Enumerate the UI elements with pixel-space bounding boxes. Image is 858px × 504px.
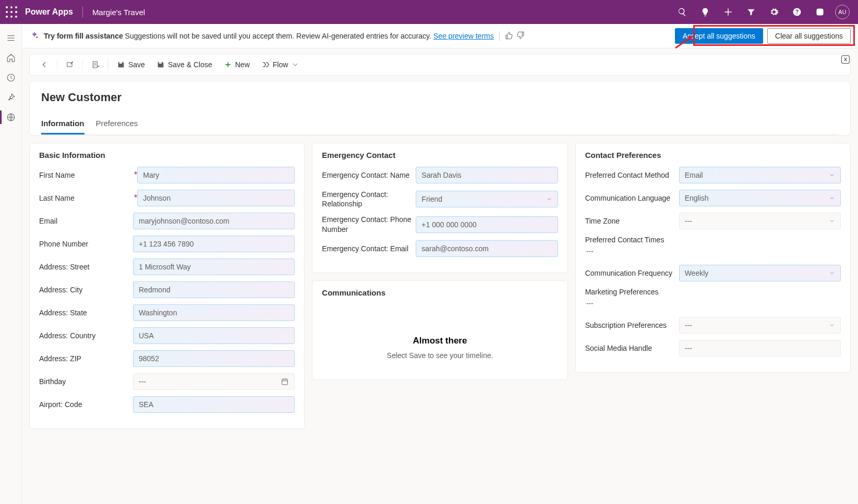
- street-input[interactable]: 1 Microsoft Way: [133, 259, 295, 275]
- chevron-down-icon: [546, 196, 552, 202]
- contact-prefs-heading: Contact Preferences: [585, 151, 841, 159]
- emergency-relationship-select[interactable]: Friend: [416, 191, 558, 207]
- nav-hamburger-icon[interactable]: [0, 29, 22, 47]
- nav-recent-icon[interactable]: [0, 69, 22, 87]
- emergency-name-input[interactable]: Sarah Davis: [416, 167, 558, 183]
- nav-pin-icon[interactable]: [0, 89, 22, 106]
- form-tabs: Information Preferences: [41, 119, 839, 135]
- thumbs-down-icon[interactable]: [516, 31, 525, 41]
- copilot-icon: [29, 31, 40, 41]
- flow-button[interactable]: Flow: [256, 57, 305, 72]
- accept-all-button[interactable]: Accept all suggestions: [675, 28, 763, 44]
- contact-method-select[interactable]: Email: [679, 167, 841, 183]
- city-input[interactable]: Redmond: [133, 281, 295, 298]
- contact-times-value[interactable]: ---: [585, 247, 594, 255]
- svg-point-4: [10, 11, 13, 13]
- birthday-input[interactable]: ---: [133, 373, 295, 390]
- svg-point-7: [10, 16, 13, 18]
- nav-home-icon[interactable]: [0, 49, 22, 67]
- svg-point-3: [6, 11, 8, 13]
- thumbs-up-icon[interactable]: [505, 31, 513, 41]
- filter-icon[interactable]: [740, 0, 762, 24]
- emergency-email-input[interactable]: sarah@contoso.com: [416, 240, 558, 257]
- airport-input[interactable]: SEA: [133, 396, 295, 413]
- tab-information[interactable]: Information: [41, 119, 84, 134]
- search-icon[interactable]: [671, 0, 693, 24]
- emergency-phone-input[interactable]: +1 000 000 0000: [416, 216, 558, 233]
- zip-input[interactable]: 98052: [133, 350, 295, 367]
- chevron-down-icon: [829, 195, 835, 201]
- preview-terms-link[interactable]: See preview terms: [433, 32, 494, 40]
- save-button[interactable]: Save: [112, 57, 150, 72]
- banner-actions: Accept all suggestions Clear all suggest…: [675, 28, 851, 44]
- copilot-header-icon[interactable]: [809, 0, 831, 24]
- open-new-window-button[interactable]: [61, 57, 79, 72]
- frequency-select[interactable]: Weekly: [679, 265, 841, 281]
- suggestion-banner: Try form fill assistance Suggestions wil…: [22, 24, 858, 48]
- header-actions: AU: [671, 0, 853, 24]
- main-area: Try form fill assistance Suggestions wil…: [22, 24, 858, 504]
- page-scroll[interactable]: New Customer Information Preferences Bas…: [22, 81, 858, 504]
- email-input[interactable]: maryjohnson@contoso.com: [133, 213, 295, 229]
- communications-heading: Communications: [322, 288, 558, 297]
- app-launcher-icon[interactable]: [5, 6, 18, 18]
- social-input[interactable]: ---: [679, 340, 841, 357]
- copilot-side-button[interactable]: [837, 51, 854, 68]
- marketing-value[interactable]: ---: [585, 299, 594, 308]
- left-nav: [0, 24, 22, 504]
- svg-point-6: [6, 16, 8, 18]
- user-avatar[interactable]: AU: [835, 5, 850, 19]
- tab-preferences[interactable]: Preferences: [96, 119, 138, 134]
- chevron-down-icon: [829, 172, 835, 178]
- banner-text: Try form fill assistance Suggestions wil…: [44, 32, 494, 40]
- shell: Try form fill assistance Suggestions wil…: [0, 24, 858, 504]
- basic-info-panel: Basic Information First Name*Mary Last N…: [29, 143, 305, 429]
- timeline-empty: Almost there Select Save to see your tim…: [322, 304, 558, 370]
- svg-point-5: [15, 11, 17, 13]
- language-select[interactable]: English: [679, 190, 841, 206]
- feedback-group: [499, 31, 525, 41]
- app-title: Power Apps: [25, 7, 73, 17]
- form-card: New Customer Information Preferences: [29, 81, 851, 136]
- emergency-heading: Emergency Contact: [322, 151, 558, 159]
- environment-name[interactable]: Margie's Travel: [92, 8, 145, 17]
- chevron-down-icon: [829, 218, 835, 224]
- calendar-icon: [281, 377, 289, 386]
- new-button[interactable]: New: [219, 57, 255, 72]
- emergency-panel: Emergency Contact Emergency Contact: Nam…: [312, 143, 567, 273]
- subscription-select[interactable]: ---: [679, 317, 841, 334]
- settings-icon[interactable]: [763, 0, 785, 24]
- command-bar: Save Save & Close New Flow: [29, 54, 851, 76]
- ideas-icon[interactable]: [694, 0, 716, 24]
- global-header: Power Apps Margie's Travel AU: [0, 0, 858, 24]
- chevron-down-icon: [829, 270, 835, 276]
- svg-point-1: [10, 6, 13, 8]
- nav-entity-icon[interactable]: [0, 108, 22, 126]
- task-button[interactable]: [86, 57, 105, 72]
- page-title: New Customer: [41, 91, 839, 104]
- back-button[interactable]: [35, 57, 54, 72]
- svg-rect-15: [282, 379, 288, 385]
- last-name-input[interactable]: Johnson: [137, 190, 295, 206]
- header-divider: [82, 6, 83, 18]
- contact-prefs-panel: Contact Preferences Preferred Contact Me…: [575, 143, 851, 373]
- timezone-select[interactable]: ---: [679, 213, 841, 229]
- country-input[interactable]: USA: [133, 327, 295, 344]
- svg-point-8: [15, 16, 17, 18]
- chevron-down-icon: [829, 322, 835, 328]
- first-name-input[interactable]: Mary: [137, 167, 295, 183]
- phone-input[interactable]: +1 123 456 7890: [133, 236, 295, 252]
- form-columns: Basic Information First Name*Mary Last N…: [29, 143, 851, 429]
- save-close-button[interactable]: Save & Close: [151, 57, 217, 72]
- communications-panel: Communications Almost there Select Save …: [312, 280, 567, 380]
- state-input[interactable]: Washington: [133, 304, 295, 321]
- help-icon[interactable]: [786, 0, 808, 24]
- clear-all-button[interactable]: Clear all suggestions: [767, 28, 851, 44]
- svg-point-0: [6, 6, 8, 8]
- add-icon[interactable]: [717, 0, 739, 24]
- basic-info-heading: Basic Information: [39, 151, 295, 159]
- svg-point-2: [15, 6, 17, 8]
